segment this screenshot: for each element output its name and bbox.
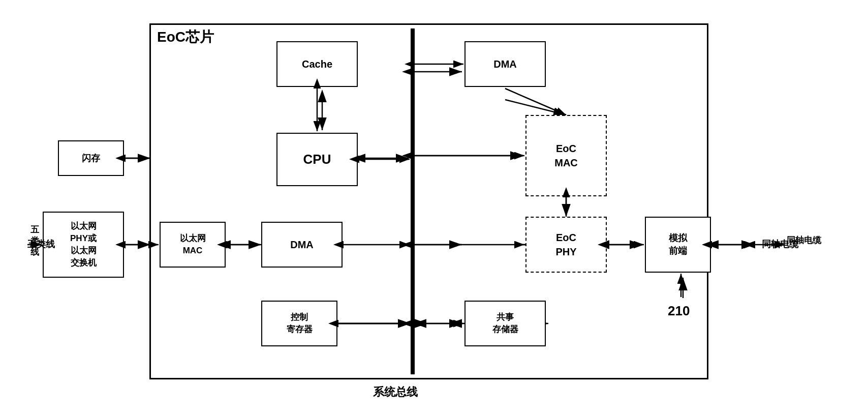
cache-box: Cache [276,41,358,87]
dma-mid-box: DMA [261,222,343,268]
eth-mac-box: 以太网 MAC [160,222,226,268]
flash-box: 闪存 [58,140,124,176]
system-bus [411,28,415,374]
eoc-chip-label: EoC芯片 [157,27,214,47]
system-bus-label: 系统总线 [373,385,418,400]
eoc-phy-box: EoC PHY [525,217,607,273]
coax-cable-text: 同轴电缆 [787,234,821,246]
ctrl-reg-box: 控制 寄存器 [261,301,337,346]
analog-front-box: 模拟 前端 [645,217,711,273]
shared-mem-box: 共事 存储器 [464,301,546,346]
diagram: EoC芯片 系统总线 [27,13,841,400]
eoc-chip-border [149,23,708,379]
eth-phy-box: 以太网 PHY或 以太网 交换机 [43,212,124,278]
label-210: 210 [668,303,690,319]
dma-top-box: DMA [464,41,546,87]
five-class-wire-text: 五类线 [28,224,41,258]
eoc-mac-box: EoC MAC [525,115,607,196]
cpu-box: CPU [276,133,358,186]
